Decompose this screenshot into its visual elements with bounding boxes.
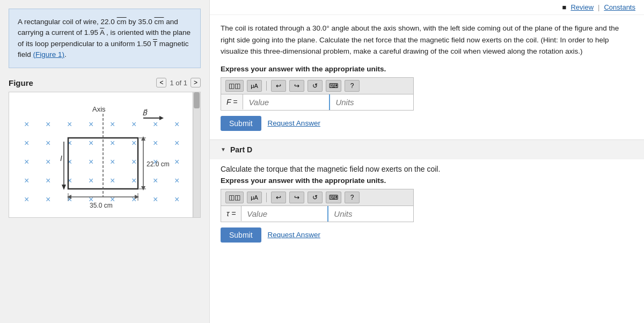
svg-text:Axis: Axis [92,105,106,113]
svg-text:×: × [174,138,179,148]
svg-text:×: × [89,176,93,185]
part-d-redo-button[interactable]: ↪ [289,192,304,203]
svg-text:×: × [174,120,179,129]
svg-text:×: × [89,157,93,166]
part-d-submit-button[interactable]: Submit [221,227,261,243]
svg-text:I: I [60,154,62,163]
undo-icon-2: ↩ [276,194,281,201]
scrollbar-thumb [194,92,200,108]
constants-link[interactable]: Constants [604,3,635,11]
svg-text:×: × [46,120,50,129]
svg-text:×: × [46,138,50,148]
part-d-request-link[interactable]: Request Answer [268,231,320,239]
figure-section: Figure < 1 of 1 > × × × × [9,78,201,218]
keyboard-icon-2: ⌨ [329,194,338,201]
svg-marker-52 [141,136,145,141]
refresh-icon: ↺ [312,82,318,90]
svg-text:×: × [24,176,29,185]
left-panel: A rectangular coil of wire, 22.0 cm by 3… [0,0,209,323]
svg-text:×: × [174,195,179,204]
scrollbar[interactable] [193,92,200,217]
part-d-mu-button[interactable]: μA [247,192,262,203]
part-d-units-input[interactable] [327,206,392,222]
svg-marker-48 [62,185,66,190]
part-d-grid-button[interactable]: ◫◫ [225,192,244,203]
part-c-question: The coil is rotated through a 30.0° angl… [210,15,644,63]
part-c-answer-section: Express your answer with the appropriate… [210,63,644,140]
keyboard-icon: ⌨ [329,82,338,90]
figure-svg: × × × × × × × × × × × × × × × [14,98,197,210]
svg-text:×: × [89,120,93,129]
grid-icon-2: ◫◫ [229,194,240,201]
part-c-request-link[interactable]: Request Answer [268,119,320,127]
mu-icon-2: μA [251,194,258,201]
svg-text:×: × [153,138,158,148]
svg-text:×: × [110,120,115,129]
figure-prev-button[interactable]: < [156,78,166,87]
svg-text:×: × [131,138,136,148]
problem-text: A rectangular coil of wire, 22.0 cm by 3… [18,18,191,58]
part-c-grid-button[interactable]: ◫◫ [225,80,244,92]
svg-text:22.0 cm: 22.0 cm [147,160,170,168]
svg-marker-44 [159,116,164,120]
svg-text:35.0 cm: 35.0 cm [90,202,113,209]
figure-nav-text: 1 of 1 [170,79,187,87]
part-d-action-row: Submit Request Answer [221,227,633,243]
part-c-text: The coil is rotated through a 30.0° angl… [221,24,619,55]
svg-text:×: × [67,120,72,129]
part-d-toolbar: ◫◫ μA ↩ ↪ ↺ ⌨ [221,189,414,205]
toolbar-separator-2 [266,193,267,202]
svg-text:×: × [110,138,115,148]
svg-text:×: × [46,195,50,204]
part-d-input-label: τ = [221,206,241,221]
svg-marker-53 [141,186,145,190]
part-d-header[interactable]: ▼ Part D [210,140,644,159]
part-c-toolbar: ◫◫ μA ↩ ↪ ↺ ⌨ ? [221,77,414,94]
figure-next-button[interactable]: > [191,78,201,87]
part-c-action-row: Submit Request Answer [221,116,633,131]
part-c-redo-button[interactable]: ↪ [289,80,304,92]
grid-icon: ◫◫ [229,82,240,90]
part-c-keyboard-button[interactable]: ⌨ [326,80,341,92]
part-d-keyboard-button[interactable]: ⌨ [326,192,341,203]
svg-text:×: × [24,157,29,166]
part-d-section: ▼ Part D Calculate the torque that the m… [210,140,644,251]
part-d-question: Calculate the torque that the magnetic f… [221,165,633,173]
part-d-expand-icon: ▼ [221,146,226,152]
part-c-input-row: F = [221,94,414,111]
figure-nav: < 1 of 1 > [156,78,201,87]
svg-text:×: × [174,157,179,166]
svg-text:×: × [110,176,115,185]
svg-text:×: × [153,195,158,204]
svg-text:×: × [46,176,50,185]
part-d-value-input[interactable] [241,206,327,222]
svg-text:×: × [24,195,29,204]
part-d-express-label: Express your answer with the appropriate… [221,177,633,185]
top-links: ■ Review | Constants [210,0,644,15]
help-icon: ? [350,82,354,90]
part-c-undo-button[interactable]: ↩ [271,80,286,92]
part-c-submit-button[interactable]: Submit [221,116,261,131]
figure-title: Figure [9,78,33,87]
part-c-refresh-button[interactable]: ↺ [308,80,323,92]
part-c-help-button[interactable]: ? [345,80,360,92]
undo-icon: ↩ [276,82,281,90]
part-c-mu-button[interactable]: μA [247,80,262,92]
part-c-express-label: Express your answer with the appropriate… [221,65,633,73]
part-c-units-input[interactable] [329,94,393,110]
part-d-refresh-button[interactable]: ↺ [308,192,323,203]
figure-link[interactable]: (Figure 1) [33,50,65,58]
redo-icon-2: ↪ [294,194,299,201]
mu-icon: μA [251,83,258,89]
toolbar-separator [266,81,267,91]
part-d-input-row: τ = [221,205,414,222]
svg-text:×: × [110,157,115,166]
svg-text:×: × [153,120,158,129]
refresh-icon-2: ↺ [312,194,318,201]
part-d-help-button[interactable]: ? [345,192,360,203]
part-d-content: Calculate the torque that the magnetic f… [210,159,644,251]
svg-text:×: × [174,176,179,185]
review-link[interactable]: Review [570,3,594,11]
part-d-undo-button[interactable]: ↩ [271,192,286,203]
part-c-value-input[interactable] [243,94,329,110]
